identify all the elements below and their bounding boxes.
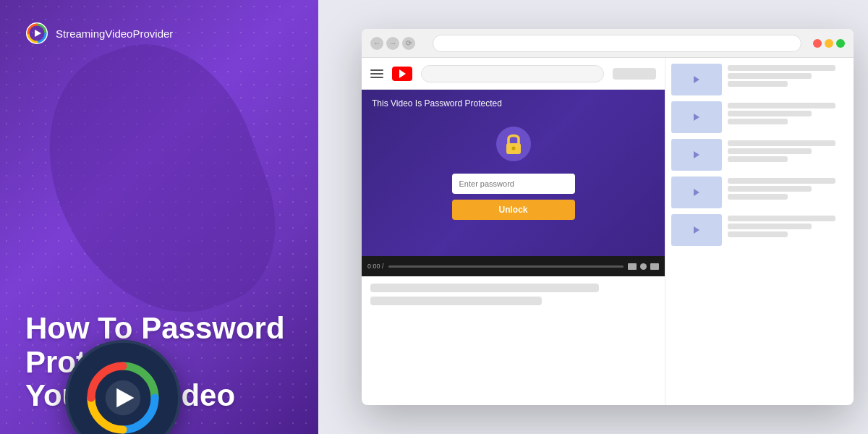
fullscreen-icon[interactable] <box>628 263 637 270</box>
thumbnail-play-icon <box>694 76 699 83</box>
video-controls-bar: 0:00 / <box>362 256 665 276</box>
brand-logo-icon <box>25 22 48 45</box>
left-panel: StreamingVideoProvider How To Password P… <box>0 0 318 434</box>
browser-main-content: This Video Is Password Protected Unlock … <box>362 58 665 405</box>
svg-marker-1 <box>35 30 41 37</box>
lock-icon <box>495 126 532 162</box>
address-bar[interactable] <box>433 35 801 52</box>
brand-logo-large-icon <box>83 358 163 434</box>
settings-icon[interactable] <box>640 263 647 270</box>
video-time: 0:00 / <box>367 263 384 270</box>
big-brand-logo <box>65 340 181 434</box>
browser-nav: ← → ⟳ <box>370 37 415 50</box>
sidebar-meta-line <box>728 224 812 229</box>
close-window-button[interactable] <box>813 39 822 48</box>
window-controls <box>813 39 845 48</box>
browser-chrome: ← → ⟳ <box>362 29 854 58</box>
video-meta-placeholder <box>370 297 542 305</box>
sidebar-meta-line <box>728 148 812 154</box>
sidebar-thumbnail-1[interactable] <box>671 64 722 95</box>
sidebar-item <box>671 101 848 133</box>
hamburger-menu-button[interactable] <box>370 69 383 78</box>
browser-sidebar <box>665 58 854 405</box>
sidebar-item-text <box>728 101 848 124</box>
video-control-icons <box>628 263 659 270</box>
sidebar-sub-line <box>728 156 788 162</box>
browser-body: This Video Is Password Protected Unlock … <box>362 58 854 405</box>
password-input[interactable] <box>452 174 575 194</box>
sidebar-sub-line <box>728 81 788 87</box>
logo-row: StreamingVideoProvider <box>25 22 293 45</box>
minimize-window-button[interactable] <box>825 39 833 48</box>
youtube-nav-placeholder <box>613 68 656 80</box>
sidebar-meta-line <box>728 186 812 192</box>
headline-line1: How To Password <box>25 311 285 345</box>
svg-point-6 <box>511 147 515 150</box>
sidebar-meta-line <box>728 111 812 116</box>
youtube-navbar <box>362 58 665 90</box>
below-video-content <box>362 276 665 405</box>
sidebar-title-line <box>728 216 835 221</box>
sidebar-item <box>671 139 848 171</box>
video-title-placeholder <box>370 284 599 292</box>
sidebar-meta-line <box>728 73 812 79</box>
password-protected-label: This Video Is Password Protected <box>372 98 502 109</box>
sidebar-item-text <box>728 214 848 237</box>
video-player: This Video Is Password Protected Unlock <box>362 90 665 256</box>
sidebar-title-line <box>728 65 835 71</box>
sidebar-item <box>671 214 848 246</box>
sidebar-item <box>671 176 848 208</box>
maximize-window-button[interactable] <box>836 39 845 48</box>
thumbnail-play-icon <box>694 114 699 121</box>
decorative-wave <box>17 17 301 345</box>
video-progress-bar[interactable] <box>388 265 624 268</box>
sidebar-title-line <box>728 103 835 109</box>
youtube-logo-icon[interactable] <box>392 67 412 81</box>
thumbnail-play-icon <box>694 189 699 196</box>
refresh-button[interactable]: ⟳ <box>402 37 415 50</box>
sidebar-thumbnail-5[interactable] <box>671 214 722 246</box>
thumbnail-play-icon <box>694 226 699 234</box>
browser-window: ← → ⟳ <box>362 29 854 405</box>
sidebar-thumbnail-3[interactable] <box>671 139 722 171</box>
forward-button[interactable]: → <box>386 37 399 50</box>
sidebar-sub-line <box>728 231 788 237</box>
sidebar-thumbnail-2[interactable] <box>671 101 722 133</box>
youtube-search-bar[interactable] <box>421 65 604 82</box>
sidebar-item <box>671 64 848 95</box>
back-button[interactable]: ← <box>370 37 383 50</box>
unlock-button[interactable]: Unlock <box>452 200 575 220</box>
thumbnail-play-icon <box>694 151 699 158</box>
sidebar-title-line <box>728 178 835 184</box>
sidebar-sub-line <box>728 194 788 200</box>
sidebar-item-text <box>728 176 848 200</box>
brand-logo-text: StreamingVideoProvider <box>56 27 173 40</box>
sidebar-sub-line <box>728 119 788 124</box>
youtube-play-icon <box>399 69 406 78</box>
sidebar-item-text <box>728 139 848 162</box>
sidebar-thumbnail-4[interactable] <box>671 176 722 208</box>
sidebar-item-text <box>728 64 848 87</box>
sidebar-title-line <box>728 140 835 146</box>
expand-icon[interactable] <box>650 263 659 270</box>
right-panel: ← → ⟳ <box>318 0 868 434</box>
